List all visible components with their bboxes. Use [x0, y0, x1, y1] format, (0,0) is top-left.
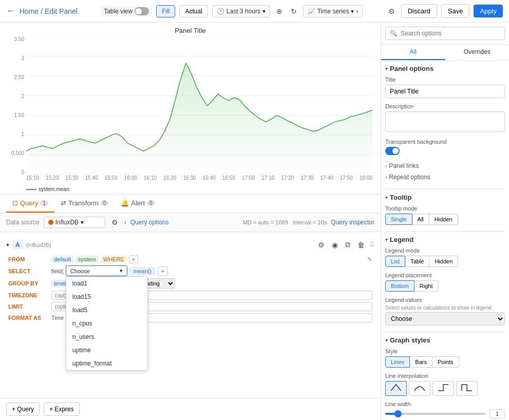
- dropdown-item-load5[interactable]: load5: [66, 303, 147, 317]
- tooltip-mode-group: Single All Hidden: [385, 214, 505, 225]
- add-query-button[interactable]: + Query: [6, 403, 40, 416]
- panel-links-row[interactable]: › Panel links: [385, 160, 505, 171]
- field-dropdown-value: Choose: [70, 268, 90, 274]
- graph-styles-header[interactable]: ▾ Graph styles: [385, 336, 505, 344]
- interp-step-before-button[interactable]: [432, 381, 454, 396]
- search-input[interactable]: [401, 30, 500, 37]
- select-keyword: SELECT: [8, 268, 49, 274]
- section-collapse-icon[interactable]: ▾: [6, 241, 9, 249]
- interp-linear-button[interactable]: [385, 381, 407, 396]
- repeat-options-row[interactable]: › Repeat options: [385, 171, 505, 183]
- apply-button[interactable]: Apply: [474, 5, 503, 17]
- time-range-selector[interactable]: 🕐 Last 3 hours ▾: [212, 5, 270, 17]
- dropdown-item-uptime-format[interactable]: uptime_format: [66, 357, 147, 370]
- style-lines-button[interactable]: Lines: [385, 356, 410, 368]
- dropdown-item-load15[interactable]: load15: [66, 290, 147, 303]
- query-settings-icon[interactable]: ⚙: [316, 239, 327, 251]
- tooltip-hidden-button[interactable]: Hidden: [429, 214, 458, 225]
- legend-list-button[interactable]: List: [385, 256, 405, 267]
- from-edit-icon[interactable]: ✎: [367, 256, 372, 263]
- legend-right-button[interactable]: Right: [414, 280, 439, 292]
- legend-title: Legend: [390, 236, 413, 243]
- timezone-keyword: TIMEZONE: [8, 292, 49, 298]
- from-add-button[interactable]: +: [129, 255, 138, 263]
- line-interp-row: [385, 381, 505, 396]
- zoom-button[interactable]: ⊕: [274, 5, 285, 17]
- discard-button[interactable]: Discard: [401, 4, 437, 18]
- query-limit-row: LIMIT: [6, 302, 374, 311]
- y-label-7: 0: [21, 169, 24, 175]
- legend-hidden-button[interactable]: Hidden: [429, 256, 458, 267]
- from-tag-default[interactable]: default: [51, 256, 73, 263]
- dropdown-item-uptime[interactable]: uptime: [66, 343, 147, 357]
- tab-overrides[interactable]: Overrides: [445, 45, 510, 60]
- dropdown-item-nusers[interactable]: n_users: [66, 330, 147, 343]
- refresh-button[interactable]: ↻: [289, 5, 299, 17]
- chart-svg: [26, 36, 372, 175]
- bottom-bar: + Query + Expres: [0, 398, 381, 420]
- query-select-row: SELECT field( Choose ▾ load1 load15 load…: [6, 265, 374, 276]
- panel-links-label: Panel links: [389, 162, 419, 169]
- interp-step-after-button[interactable]: [456, 381, 478, 396]
- chart-legend: system.mean: [26, 186, 372, 192]
- tooltip-single-button[interactable]: Single: [385, 214, 412, 225]
- legend-header[interactable]: ▾ Legend: [385, 236, 505, 243]
- limit-keyword: LIMIT: [8, 303, 49, 310]
- query-options-chevron[interactable]: ›: [124, 219, 126, 226]
- query-tab-icon: ⊡: [12, 199, 18, 207]
- query-options-label[interactable]: Query options: [130, 219, 169, 226]
- tab-all[interactable]: All: [381, 45, 445, 60]
- field-dropdown[interactable]: Choose ▾: [66, 265, 127, 276]
- from-tag-system[interactable]: system: [76, 256, 99, 263]
- title-input[interactable]: [385, 85, 505, 98]
- legend-label: system.mean: [39, 186, 69, 192]
- drag-handle-icon[interactable]: ⠿: [370, 241, 374, 249]
- save-button[interactable]: Save: [441, 4, 470, 18]
- add-function-button[interactable]: +: [158, 266, 168, 276]
- tooltip-mode-label: Tooltip mode: [385, 205, 505, 212]
- actual-button[interactable]: Actual: [179, 5, 208, 17]
- transparent-bg-switch[interactable]: [385, 147, 400, 155]
- table-view-switch[interactable]: [135, 7, 149, 15]
- mean-function-button[interactable]: mean(): [129, 267, 156, 275]
- tooltip-all-button[interactable]: All: [412, 214, 429, 225]
- alert-tab-badge: 0: [147, 200, 155, 206]
- style-points-button[interactable]: Points: [432, 356, 459, 368]
- from-tag-where[interactable]: WHERE: [101, 256, 127, 263]
- legend-section: ▾ Legend Legend mode List Table Hidden L…: [385, 236, 505, 326]
- dropdown-item-load1[interactable]: load1: [66, 277, 147, 290]
- tab-transform[interactable]: ⇄ Transform 0: [54, 195, 115, 213]
- tooltip-section: ▾ Tooltip Tooltip mode Single All Hidden: [385, 194, 505, 225]
- datasource-select[interactable]: InfluxDB ▾: [44, 217, 105, 228]
- tab-query[interactable]: ⊡ Query 1: [6, 195, 54, 213]
- interp-smooth-button[interactable]: [409, 381, 430, 396]
- back-button[interactable]: ←: [6, 6, 15, 16]
- legend-values-desc: Select values or calculations to show in…: [385, 305, 505, 311]
- legend-table-button[interactable]: Table: [405, 256, 429, 267]
- ts-selector[interactable]: 📈 Time series ▾ ›: [303, 5, 363, 17]
- query-delete-icon[interactable]: 🗑: [355, 239, 367, 251]
- legend-values-select[interactable]: Choose: [385, 312, 505, 326]
- tab-alert[interactable]: 🔔 Alert 0: [115, 195, 161, 213]
- from-keyword: FROM: [8, 256, 49, 262]
- style-bars-button[interactable]: Bars: [410, 356, 432, 368]
- query-toggle-icon[interactable]: ◉: [330, 239, 340, 251]
- query-inspector-button[interactable]: Query inspector: [331, 219, 374, 226]
- description-option: Description: [385, 103, 505, 133]
- fill-button[interactable]: Fill: [156, 5, 175, 17]
- settings-button[interactable]: ⚙: [386, 5, 397, 17]
- section-sub: (InfluxDB): [26, 242, 51, 248]
- line-width-slider[interactable]: [385, 413, 485, 415]
- legend-placement-label: Legend placement: [385, 272, 505, 278]
- add-expression-button[interactable]: + Expres: [44, 403, 80, 416]
- dropdown-item-ncpus[interactable]: n_cpus: [66, 317, 147, 330]
- description-textarea[interactable]: [385, 111, 505, 132]
- datasource-settings-icon[interactable]: ⚙: [109, 216, 120, 228]
- query-tab-badge: 1: [40, 200, 48, 206]
- panel-options-header[interactable]: ▾ Panel options: [385, 65, 505, 72]
- breadcrumb-home[interactable]: Home: [20, 7, 39, 15]
- query-section-a-header: ▾ A (InfluxDB) ⚙ ◉ ⧉ 🗑 ⠿: [6, 236, 374, 253]
- query-duplicate-icon[interactable]: ⧉: [343, 238, 352, 251]
- tooltip-header[interactable]: ▾ Tooltip: [385, 194, 505, 201]
- legend-bottom-button[interactable]: Bottom: [385, 280, 414, 292]
